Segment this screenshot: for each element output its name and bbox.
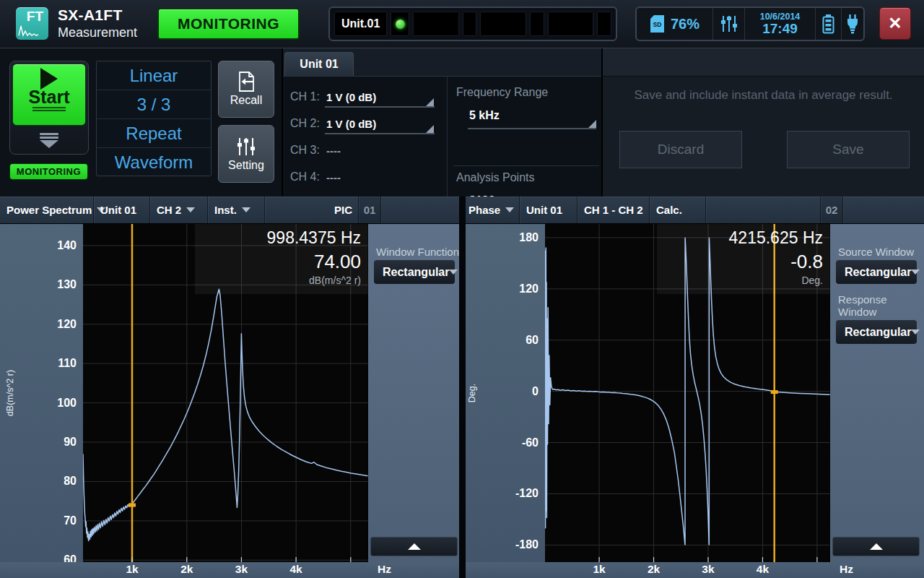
window-setting-label: Source Window [838,246,924,258]
dropdown-corner-icon[interactable] [426,98,434,106]
dropdown-corner-icon[interactable] [426,125,434,133]
y-tick-label: 70 [64,514,77,527]
battery-status [816,8,842,40]
date-label: 10/6/2014 [760,12,801,22]
window-dropdown[interactable]: Rectangular [836,260,917,284]
channel-label: CH 2: [290,117,320,130]
readout-value: 74.00 [195,250,361,274]
datetime-status[interactable]: 10/6/2014 17:49 [745,8,816,40]
chart-header: Power SpectrumUnit 01CH 2Inst.PIC01 [0,197,462,224]
chart-header-segment[interactable]: Power Spectrum [0,197,94,223]
mode-item-1[interactable]: 3 / 3 [97,90,211,119]
chart-header-segment: Unit 01 [94,197,150,223]
sidebar-collapse-button[interactable] [370,537,458,556]
mixer-status[interactable] [713,8,745,40]
channel-row-1: CH 1:1 V (0 dB) [283,83,447,110]
mode-item-2[interactable]: Repeat [97,119,211,148]
chart-body: 14013012011010090807060dB(m/s^2 r)998.43… [0,224,462,562]
unit-01-led [391,12,409,36]
segment-label: Unit 01 [526,204,562,216]
window-dropdown[interactable]: Rectangular [836,320,917,344]
unit-slot-empty [548,12,593,36]
expand-down-icon[interactable] [10,133,88,148]
chart-divider [459,197,466,578]
sd-card-icon: SD [650,14,665,33]
y-tick-label: 100 [57,397,77,410]
readout-value: -0.8 [657,250,823,274]
start-button[interactable]: Start [12,64,86,126]
frequency-range-value[interactable]: 5 kHz [469,109,500,122]
status-cluster: SD 76% 10/6/2014 17:49 [635,7,865,41]
sidebar-collapse-button[interactable] [832,537,920,556]
setting-sliders-icon [236,137,256,157]
mode-item-3[interactable]: Waveform [97,148,211,176]
chart-header-segment[interactable]: Phase [462,197,520,223]
battery-icon [822,14,834,34]
y-tick-label: -180 [515,538,539,551]
y-tick-label: 140 [57,239,77,252]
unit-tab-row: Unit 01 [283,48,601,77]
divider [453,165,599,166]
chart-header: PhaseUnit 01CH 1 - CH 2Calc.02 [462,197,924,224]
monitoring-button[interactable]: MONITORING [157,8,300,40]
start-control: Start [9,61,89,155]
recall-file-icon [237,72,256,92]
chart-header-segment[interactable]: Inst. [208,197,265,223]
x-tick-label: 4k [757,563,769,576]
cursor-readout: 998.4375 Hz74.00dB(m/s^2 r) [195,224,368,294]
chart-header-segment[interactable]: CH 2 [150,197,208,223]
setting-button[interactable]: Setting [218,125,274,183]
unit-slot-led-empty [530,12,544,36]
y-tick-label: -120 [515,487,539,500]
mode-item-0[interactable]: Linear [97,61,211,90]
readout-unit: Deg. [657,274,823,288]
app-title: SX-A1FT [58,7,137,24]
unit-indicator-strip[interactable]: Unit.01 [328,7,617,41]
sd-card-status[interactable]: SD 76% [637,8,713,40]
tab-unit-01[interactable]: Unit 01 [284,52,354,76]
channel-label: CH 1: [290,90,320,103]
svg-text:SD: SD [653,21,662,28]
y-axis-title: Deg. [467,384,477,402]
recall-button[interactable]: Recall [218,61,274,118]
control-row: Start MONITORING Linear3 / 3RepeatWavefo… [0,48,924,197]
y-axis: 14013012011010090807060dB(m/s^2 r) [0,224,83,562]
channel-value[interactable]: 1 V (0 dB) [326,117,376,129]
time-label: 17:49 [762,22,798,36]
chart-body: 180120600-60-120-180Deg.4215.625 Hz-0.8D… [462,224,924,562]
save-button[interactable]: Save [787,131,910,168]
chevron-up-icon [870,543,883,550]
x-tick-label: 4k [289,563,302,576]
green-led-icon [396,20,405,29]
plot-area[interactable]: 4215.625 Hz-0.8Deg. [545,224,830,562]
close-button[interactable]: ✕ [879,7,911,40]
y-tick-label: 80 [64,475,77,488]
channel-value[interactable]: 1 V (0 dB) [326,90,376,103]
dropdown-corner-icon[interactable] [588,120,596,128]
grip-lines-icon [32,107,66,113]
chevron-down-icon [449,269,458,275]
chevron-up-icon [408,543,421,550]
power-status [842,8,863,40]
page-save-label[interactable]: PIC [265,197,359,223]
x-axis: 1k2k3k4kHz [462,562,924,578]
unit-01-cell[interactable]: Unit.01 [334,12,387,36]
channel-row-2: CH 2:1 V (0 dB) [283,110,447,137]
unit-slot-empty [413,12,458,36]
y-tick-label: 0 [532,385,539,398]
channel-column: CH 1:1 V (0 dB)CH 2:1 V (0 dB)CH 3:----C… [283,83,447,190]
segment-label: Power Spectrum [6,204,92,216]
header-tail [843,197,924,223]
y-tick-label: 110 [58,357,77,370]
dropdown-value: Rectangular [845,326,911,339]
window-setting-label: Response Window [838,293,924,318]
segment-label: CH 2 [157,204,181,216]
save-panel: Save and include instant data in average… [603,48,924,197]
window-dropdown[interactable]: Rectangular [374,260,455,284]
y-tick-label: -60 [522,436,539,449]
discard-button[interactable]: Discard [619,131,742,168]
charts-row: Power SpectrumUnit 01CH 2Inst.PIC0114013… [0,197,924,578]
sd-percent: 76% [671,16,699,33]
channel-underline [325,133,435,134]
plot-area[interactable]: 998.4375 Hz74.00dB(m/s^2 r) [83,224,368,562]
